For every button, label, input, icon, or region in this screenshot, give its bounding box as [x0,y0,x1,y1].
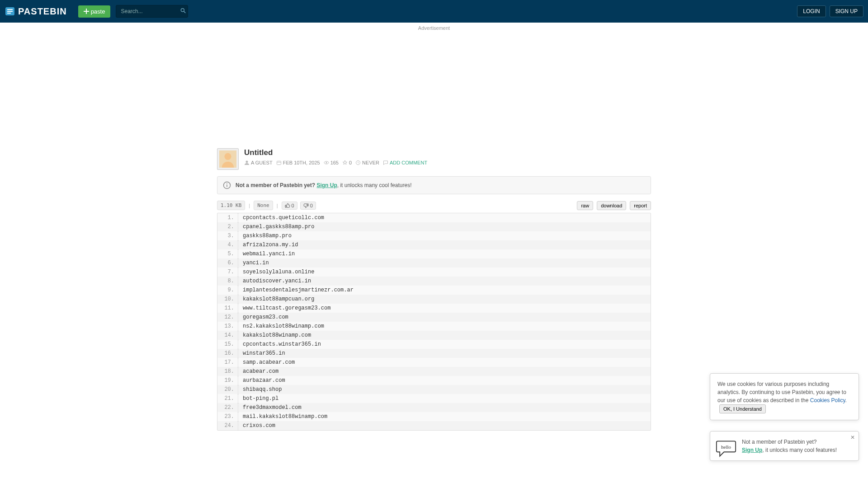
line-content[interactable]: www.tiltcast.goregasm23.com [238,304,335,313]
line-content[interactable]: implantesdentalesjmartinezr.com.ar [238,286,358,295]
close-icon: ✕ [850,434,855,441]
line-number[interactable]: 4. [217,240,238,249]
code-line: 12.goregasm23.com [217,313,651,322]
rating-group: 0 0 [282,202,316,210]
meta-add-comment[interactable]: ADD COMMENT [383,160,427,165]
line-content[interactable]: acabear.com [238,367,283,376]
cookie-banner: We use cookies for various purposes incl… [710,373,859,420]
line-number[interactable]: 18. [217,367,238,376]
line-content[interactable]: afrizalzona.my.id [238,240,302,249]
line-number[interactable]: 15. [217,340,238,349]
line-number[interactable]: 21. [217,394,238,403]
add-comment-link[interactable]: ADD COMMENT [390,160,427,165]
report-button[interactable]: report [630,201,651,210]
meta-stars: 0 [342,160,352,165]
line-content[interactable]: aurbazaar.com [238,376,290,385]
line-number[interactable]: 14. [217,331,238,340]
line-content[interactable]: yanci.in [238,258,274,267]
line-number[interactable]: 3. [217,231,238,240]
line-number[interactable]: 9. [217,286,238,295]
line-number[interactable]: 6. [217,258,238,267]
line-number[interactable]: 13. [217,322,238,331]
download-button[interactable]: download [597,201,626,210]
clock-icon [355,160,361,165]
author-avatar[interactable] [217,148,239,170]
line-number[interactable]: 22. [217,403,238,412]
popup-line2: Sign Up, it unlocks many cool features! [742,446,851,454]
new-paste-button[interactable]: paste [78,5,111,18]
line-number[interactable]: 16. [217,349,238,358]
line-content[interactable]: bot-ping.pl [238,394,283,403]
dislike-button[interactable]: 0 [300,202,316,210]
popup-close-button[interactable]: ✕ [850,434,855,441]
user-icon [244,160,250,165]
notice-suffix: , it unlocks many cool features! [337,182,412,188]
cookies-policy-link[interactable]: Cookies Policy [810,397,845,404]
line-content[interactable]: kakakslot88ampcuan.org [238,295,319,304]
line-number[interactable]: 2. [217,222,238,231]
line-number[interactable]: 23. [217,412,238,421]
code-line: 22.free3dmaxmodel.com [217,403,651,412]
notice-signup-link[interactable]: Sign Up [316,182,337,188]
svg-rect-16 [226,183,227,184]
line-content[interactable]: autodiscover.yanci.in [238,277,316,286]
popup-signup-link[interactable]: Sign Up [742,447,762,453]
line-number[interactable]: 7. [217,267,238,277]
like-button[interactable]: 0 [282,202,297,210]
search-input[interactable] [116,5,188,18]
line-content[interactable]: mail.kakakslot88winamp.com [238,412,332,421]
signup-notice: Not a member of Pastebin yet? Sign Up, i… [217,176,651,194]
line-content[interactable]: winstar365.in [238,349,290,358]
logo[interactable]: PASTEBIN [5,6,67,17]
line-content[interactable]: gaskks88amp.pro [238,231,296,240]
thumbs-up-icon [285,203,290,208]
search-button[interactable] [180,8,186,15]
paste-header-info: Untitled A GUEST FEB 10TH, 2025 [244,148,427,170]
line-content[interactable]: cpcontacts.winstar365.in [238,340,326,349]
syntax-badge: None [254,201,273,210]
code-line: 24.crixos.com [217,421,651,430]
cookie-ok-button[interactable]: OK, I Understand [719,404,766,413]
code-line: 23.mail.kakakslot88winamp.com [217,412,651,421]
login-button[interactable]: LOGIN [797,5,826,17]
line-content[interactable]: shibaqq.shop [238,385,286,394]
popup-line1: Not a member of Pastebin yet? [742,438,851,446]
line-number[interactable]: 5. [217,249,238,258]
line-content[interactable]: webmail.yanci.in [238,249,299,258]
code-area[interactable]: 1.cpcontacts.queticollc.com2.cpanel.gask… [217,213,651,431]
line-content[interactable]: free3dmaxmodel.com [238,403,306,412]
user-avatar-icon [219,150,236,168]
line-number[interactable]: 10. [217,295,238,304]
line-content[interactable]: cpanel.gaskks88amp.pro [238,222,319,231]
code-line: 8.autodiscover.yanci.in [217,277,651,286]
line-content[interactable]: crixos.com [238,421,280,430]
eye-icon [324,160,329,165]
raw-button[interactable]: raw [577,201,593,210]
star-icon [342,160,348,165]
line-number[interactable]: 12. [217,313,238,322]
likes-count: 0 [292,203,294,208]
line-number[interactable]: 8. [217,277,238,286]
paste-button-label: paste [91,8,105,15]
svg-rect-3 [7,13,11,14]
code-line: 7.soyelsolylaluna.online [217,267,651,277]
code-line: 15.cpcontacts.winstar365.in [217,340,651,349]
line-number[interactable]: 19. [217,376,238,385]
line-content[interactable]: cpcontacts.queticollc.com [238,213,329,222]
line-content[interactable]: ns2.kakakslot88winamp.com [238,322,329,331]
svg-rect-9 [277,161,281,165]
svg-rect-2 [7,11,13,12]
signup-popup: hello ✕ Not a member of Pastebin yet? Si… [710,431,859,461]
signup-button[interactable]: SIGN UP [830,5,863,17]
line-content[interactable]: soyelsolylaluna.online [238,267,319,277]
line-content[interactable]: kakakslot88winamp.com [238,331,316,340]
line-number[interactable]: 20. [217,385,238,394]
line-number[interactable]: 11. [217,304,238,313]
code-line: 21.bot-ping.pl [217,394,651,403]
line-number[interactable]: 24. [217,421,238,430]
line-number[interactable]: 17. [217,358,238,367]
line-content[interactable]: samp.acabear.com [238,358,299,367]
line-content[interactable]: goregasm23.com [238,313,293,322]
code-toolbar: 1.10 KB | None | 0 0 raw download report [217,201,651,210]
line-number[interactable]: 1. [217,213,238,222]
